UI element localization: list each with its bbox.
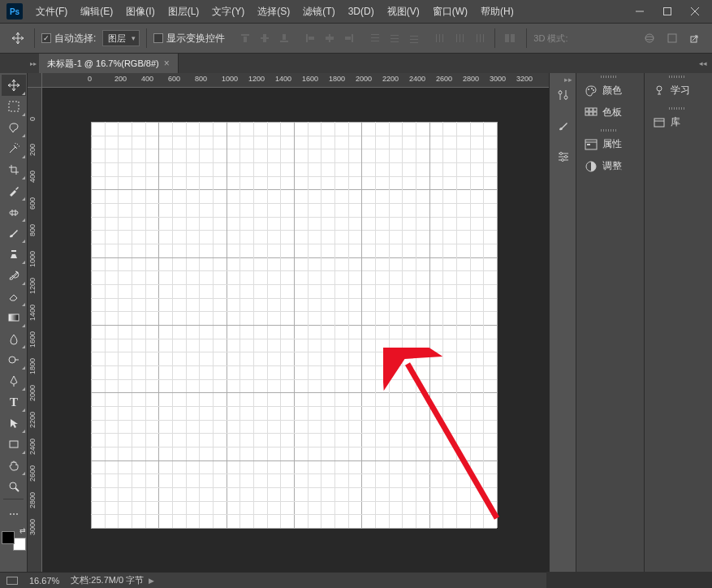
path-selection-tool[interactable] (2, 413, 26, 434)
align-top-icon[interactable] (236, 29, 254, 47)
svg-rect-1 (664, 8, 671, 15)
svg-point-66 (591, 88, 593, 89)
eyedropper-tool[interactable] (2, 180, 26, 201)
type-tool[interactable]: T (2, 391, 26, 413)
svg-point-63 (565, 156, 567, 158)
magic-wand-tool[interactable] (2, 138, 26, 159)
svg-rect-22 (391, 38, 399, 39)
svg-rect-69 (589, 108, 593, 111)
menu-layer[interactable]: 图层(L) (162, 0, 206, 23)
distribute-top-icon[interactable] (366, 29, 384, 47)
libraries-panel-tab[interactable]: 库 (645, 111, 712, 133)
marquee-tool[interactable] (2, 96, 26, 117)
crop-tool[interactable] (2, 159, 26, 180)
doc-info[interactable]: 文档:25.7M/0 字节 (71, 574, 144, 586)
align-vcenter-icon[interactable] (256, 29, 274, 47)
menu-filter[interactable]: 滤镜(T) (296, 0, 341, 23)
horizontal-ruler[interactable]: 0200400600800100012001400160018002000220… (42, 73, 549, 88)
brush-tool[interactable] (2, 223, 26, 244)
menu-view[interactable]: 视图(V) (381, 0, 426, 23)
doc-info-menu-icon[interactable]: ▶ (149, 577, 154, 585)
hand-tool[interactable] (2, 455, 26, 476)
svg-point-38 (645, 34, 654, 42)
pen-tool[interactable] (2, 370, 26, 391)
auto-align-icon[interactable] (502, 29, 520, 47)
3d-pan-icon[interactable] (663, 29, 681, 47)
learn-panel-tab[interactable]: 学习 (645, 80, 712, 102)
menu-help[interactable]: 帮助(H) (474, 0, 520, 23)
menu-type[interactable]: 文字(Y) (205, 0, 251, 23)
menu-edit[interactable]: 编辑(E) (74, 0, 119, 23)
dodge-tool[interactable] (2, 349, 26, 370)
distribute-vcenter-icon[interactable] (386, 29, 403, 47)
autoselect-target-select[interactable]: 图层 (102, 30, 140, 46)
svg-rect-36 (505, 34, 509, 42)
align-bottom-icon[interactable] (275, 29, 293, 47)
healing-brush-tool[interactable] (2, 201, 26, 223)
menu-file[interactable]: 文件(F) (29, 0, 74, 23)
autoselect-toggle[interactable]: ✓ 自动选择: (41, 32, 96, 45)
collapse-panels-icon[interactable]: ◂◂ (699, 59, 707, 67)
menu-window[interactable]: 窗口(W) (426, 0, 474, 23)
align-hcenter-icon[interactable] (321, 29, 339, 47)
menu-select[interactable]: 选择(S) (251, 0, 296, 23)
close-tab-icon[interactable]: × (164, 58, 170, 69)
color-panel-tab[interactable]: 颜色 (576, 80, 644, 102)
eraser-tool[interactable] (2, 286, 26, 307)
svg-rect-21 (391, 35, 399, 36)
distribute-bottom-icon[interactable] (405, 29, 423, 47)
blur-tool[interactable] (2, 328, 26, 349)
svg-rect-6 (241, 34, 249, 36)
distribute-right-icon[interactable] (470, 29, 488, 47)
properties-panel-tab[interactable]: 属性 (576, 133, 644, 155)
svg-line-53 (15, 488, 19, 491)
rectangle-tool[interactable] (2, 434, 26, 455)
svg-point-57 (559, 91, 562, 94)
svg-rect-73 (593, 112, 597, 115)
close-button[interactable] (681, 0, 709, 23)
brush-panel-icon[interactable] (551, 114, 576, 138)
history-brush-tool[interactable] (2, 265, 26, 286)
distribute-left-icon[interactable] (431, 29, 449, 47)
maximize-button[interactable] (654, 0, 681, 23)
move-tool-indicator-icon[interactable] (8, 28, 28, 48)
menu-image[interactable]: 图像(I) (119, 0, 161, 23)
menu-3d[interactable]: 3D(D) (342, 0, 381, 23)
svg-point-62 (560, 153, 563, 155)
lasso-tool[interactable] (2, 117, 26, 138)
adjustments-panel-tab[interactable]: 调整 (576, 155, 644, 177)
swatches-panel-tab[interactable]: 色板 (576, 102, 644, 123)
settings-panel-icon[interactable] (551, 145, 576, 169)
vertical-ruler[interactable]: 0200400600800100012001400160018002000220… (28, 88, 42, 572)
select-value: 图层 (108, 32, 126, 45)
canvas-viewport[interactable] (42, 88, 549, 572)
adjustments-panel-icon[interactable] (551, 83, 576, 107)
share-icon[interactable] (686, 29, 704, 47)
zoom-tool[interactable] (2, 476, 26, 497)
distribute-hcenter-icon[interactable] (451, 29, 468, 47)
align-right-icon[interactable] (340, 29, 358, 47)
3d-orbit-icon[interactable] (641, 29, 658, 47)
panel-label: 属性 (602, 137, 622, 151)
adjust-icon (585, 161, 598, 172)
panel-column-1: 颜色 色板 属性 调整 (576, 73, 645, 572)
move-tool[interactable] (2, 75, 26, 96)
properties-icon (585, 139, 598, 150)
ruler-origin[interactable] (28, 73, 42, 88)
svg-rect-44 (9, 102, 19, 111)
background-color[interactable] (13, 538, 26, 551)
zoom-level[interactable]: 16.67% (29, 576, 59, 586)
clone-stamp-tool[interactable] (2, 244, 26, 265)
align-left-icon[interactable] (301, 29, 319, 47)
expand-toolbox-icon[interactable]: ▸▸ (28, 54, 39, 73)
swap-colors-icon[interactable]: ⇄ (19, 526, 26, 534)
svg-rect-7 (244, 37, 247, 42)
foreground-background-colors[interactable]: ⇄ (2, 526, 26, 551)
edit-toolbar-icon[interactable]: ⋯ (2, 504, 26, 525)
minimize-button[interactable] (626, 0, 654, 23)
foreground-color[interactable] (2, 531, 15, 544)
document-tab[interactable]: 未标题-1 @ 16.7%(RGB/8#) × (39, 54, 179, 73)
show-transform-controls-toggle[interactable]: 显示变换控件 (153, 32, 225, 45)
status-doc-icon[interactable] (6, 577, 18, 585)
gradient-tool[interactable] (2, 307, 26, 328)
